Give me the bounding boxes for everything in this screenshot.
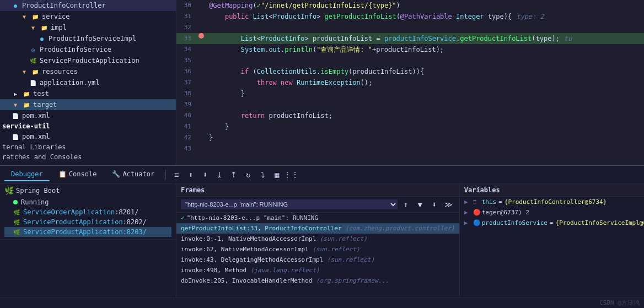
code-line-35: 35 — [176, 55, 644, 66]
spring-leaf-icon: 🌿 — [4, 186, 14, 195]
file-tree: ● ProductInfoController ▼ 📁 service ▼ 📁 … — [0, 0, 176, 165]
tree-item-product-info-service-impl[interactable]: ● ProductInfoServiceImpl — [0, 33, 176, 44]
interface-icon: ◎ — [29, 45, 37, 54]
code-line-30: 30 @GetMapping(✓"/innet/getProductInfoLi… — [176, 0, 644, 11]
running-indicator — [13, 200, 18, 204]
code-line-37: 37 throw new RuntimeException(); — [176, 77, 644, 88]
spring-service-icon: 🌿 — [13, 229, 20, 235]
folder-icon: ▼ — [20, 67, 29, 76]
expand-icon: ▶ — [464, 209, 471, 216]
sort-frames-btn[interactable]: ↑ — [400, 198, 412, 210]
spring-service-icon: 🌿 — [13, 219, 20, 225]
toolbar-separator — [165, 170, 166, 180]
tree-item-service-product-app[interactable]: 🌿 ServiceProductApplication — [0, 55, 176, 66]
debug-content: 🌿 Spring Boot Running 🌿 ServiceOrderAppl… — [0, 184, 644, 297]
tree-item-application-yml[interactable]: 📄 application.yml — [0, 77, 176, 88]
tree-item-test[interactable]: ▶ 📁 test — [0, 88, 176, 99]
status-bar: CSDN @方浒鸿 — [0, 298, 644, 308]
code-line-32: 32 — [176, 22, 644, 33]
chevron-right-icon: ▶ — [11, 89, 20, 98]
download-alt-btn[interactable]: ⤓ — [213, 169, 226, 181]
frames-list: ✓ "http-nio-8203-e...p "main": RUNNING g… — [176, 213, 459, 297]
tab-debugger[interactable]: Debugger — [4, 168, 50, 181]
xml-file-icon: 📄 — [11, 111, 20, 120]
java-file-icon: ● — [37, 34, 46, 43]
tree-item-impl[interactable]: ▼ 📁 impl — [0, 22, 176, 33]
code-line-41: 41 } — [176, 121, 644, 132]
tab-actuator[interactable]: 🔧Actuator — [105, 168, 161, 181]
var-type-icon: 🔴 — [473, 209, 480, 216]
tree-item-resources[interactable]: ▼ 📁 resources — [0, 66, 176, 77]
settings-btn[interactable]: ⋮⋮ — [285, 169, 297, 181]
spring-service-icon: 🌿 — [13, 209, 20, 215]
debug-toolbar: Debugger 📋Console 🔧Actuator ≡ ⬆ ⬇ ⤓ ⤒ ↻ … — [0, 166, 644, 184]
code-line-33: 33 List<ProductInfo> productInfoList = p… — [176, 33, 644, 44]
code-editor[interactable]: 30 @GetMapping(✓"/innet/getProductInfoLi… — [176, 0, 644, 165]
expand-frames-btn[interactable]: ≫ — [443, 198, 455, 210]
step-btn[interactable]: ⤵ — [256, 169, 269, 181]
streams-btn[interactable]: ≡ — [170, 169, 183, 181]
frames-toolbar: "http-nio-8203-e...p "main": RUNNING ↑ ▼… — [176, 197, 459, 213]
code-line-38: 38 } — [176, 88, 644, 99]
folder-icon: ▼ — [20, 12, 29, 21]
frame-item-3[interactable]: invoke:43, DelegatingMethodAccessorImpl … — [176, 255, 459, 265]
service-order-app[interactable]: 🌿 ServiceOrderApplication :8201/ — [4, 207, 171, 217]
service-product-app-8202[interactable]: 🌿 ServiceProductApplication :8202/ — [4, 217, 171, 227]
folder-icon: ▼ — [29, 23, 37, 32]
spring-icon: 🌿 — [29, 56, 37, 65]
frame-item-1[interactable]: invoke:0:-1, NativeMethodAccessorImpl (s… — [176, 234, 459, 244]
frames-panel: Frames "http-nio-8203-e...p "main": RUNN… — [176, 184, 460, 297]
frame-item-2[interactable]: invoke:62, NativeMethodAccessorImpl (sun… — [176, 244, 459, 255]
folder-blue-icon: 📁 — [31, 12, 40, 21]
tree-item-product-info-controller[interactable]: ● ProductInfoController — [0, 0, 176, 11]
upload-btn[interactable]: ⬆ — [185, 169, 197, 181]
expand-icon: ▶ — [464, 219, 471, 226]
breakpoint-indicator — [198, 33, 204, 39]
tree-item-service-util[interactable]: service-util — [0, 121, 176, 131]
thread-item[interactable]: ✓ "http-nio-8203-e...p "main": RUNNING — [176, 213, 459, 223]
variables-panel: Variables ▶ ≡ this = {ProductInfoControl… — [460, 184, 644, 297]
filter-btn[interactable]: ⬇ — [428, 198, 441, 210]
upload-alt-btn[interactable]: ⤒ — [228, 169, 240, 181]
editor-area: ● ProductInfoController ▼ 📁 service ▼ 📁 … — [0, 0, 644, 165]
var-item-product-info-service[interactable]: ▶ 🔵 productInfoService = {ProductInfoSer… — [460, 218, 644, 228]
java-file-icon: ● — [11, 1, 20, 10]
table-btn[interactable]: ▦ — [271, 169, 283, 181]
service-product-app-8203[interactable]: 🌿 ServiceProductApplication :8203/ — [4, 227, 171, 237]
code-line-31: 31 public List<ProductInfo> getProductIn… — [176, 11, 644, 22]
tree-item-service[interactable]: ▼ 📁 service — [0, 11, 176, 22]
spring-boot-panel: 🌿 Spring Boot Running 🌿 ServiceOrderAppl… — [0, 184, 176, 297]
tree-item-scratches[interactable]: ratches and Consoles — [0, 152, 176, 162]
tree-item-pom-xml[interactable]: 📄 pom.xml — [0, 110, 176, 121]
frames-header: Frames — [176, 184, 459, 197]
code-line-40: 40 return productInfoList; — [176, 110, 644, 121]
code-line-36: 36 if (CollectionUtils.isEmpty(productIn… — [176, 66, 644, 77]
spring-boot-header: 🌿 Spring Boot — [4, 186, 171, 195]
thread-select[interactable]: "http-nio-8203-e...p "main": RUNNING — [181, 199, 398, 209]
folder-icon: ▼ — [11, 100, 20, 109]
download-btn[interactable]: ⬇ — [199, 169, 211, 181]
filter-frames-btn[interactable]: ▼ — [414, 198, 426, 210]
frame-item-5[interactable]: doInvoke:205, InvocableHandlerMethod (or… — [176, 275, 459, 286]
frame-item-0[interactable]: getProductInfoList:33, ProductInfoContro… — [176, 223, 459, 234]
expand-icon: ▶ — [464, 198, 471, 206]
var-item-type[interactable]: ▶ 🔴 teger@6737) 2 — [460, 207, 644, 218]
xml-file-icon: 📄 — [11, 132, 20, 141]
watermark: CSDN @方浒鸿 — [599, 299, 640, 307]
code-line-34: 34 System.out.println("查询产品详情: "+product… — [176, 44, 644, 55]
folder-blue-icon: 📁 — [40, 23, 49, 32]
code-line-43: 43 — [176, 143, 644, 154]
tree-item-pom-xml-2[interactable]: 📄 pom.xml — [0, 131, 176, 142]
variables-header: Variables — [460, 184, 644, 197]
tab-console[interactable]: 📋Console — [52, 168, 104, 181]
frame-item-4[interactable]: invoke:498, Method (java.lang.reflect) — [176, 265, 459, 275]
refresh-btn[interactable]: ↻ — [242, 169, 254, 181]
tree-item-target[interactable]: ▼ 📁 target — [0, 99, 176, 110]
debugger-panel: Debugger 📋Console 🔧Actuator ≡ ⬆ ⬇ ⤓ ⤒ ↻ … — [0, 165, 644, 297]
tree-item-external-libs[interactable]: ternal Libraries — [0, 142, 176, 152]
var-type-icon: ≡ — [473, 198, 480, 206]
var-type-icon: 🔵 — [473, 219, 480, 226]
var-item-this[interactable]: ▶ ≡ this = {ProductInfoController@6734} — [460, 197, 644, 207]
tree-item-product-info-service[interactable]: ◎ ProductInfoService — [0, 44, 176, 55]
code-line-42: 42 } — [176, 132, 644, 143]
